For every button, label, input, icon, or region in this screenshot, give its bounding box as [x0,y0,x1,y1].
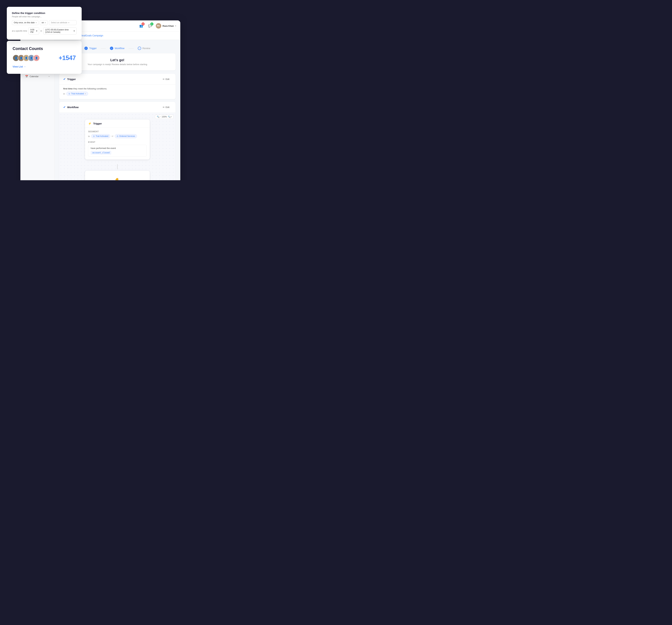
trial-activated-tag: ⊙ Trial Activated × [66,92,88,96]
trigger-section-panel: ✔ Trigger ✏ Edit first time they meet th… [59,74,175,99]
calendar-icon: 📅 [25,75,28,78]
step-trigger[interactable]: ✓ Trigger [85,47,97,50]
step-trigger-circle: ✓ [85,47,88,50]
trigger-edit-label: Edit [166,78,169,80]
wb-event-text: have performed the event [91,147,144,149]
step-trigger-label: Trigger [89,47,97,50]
workflow-block-body: Segment in ⊙ Trail Activated or [85,128,150,159]
edit-pencil-icon: ✏ [163,78,165,80]
workflow-trigger-label: Trigger [93,122,102,125]
messages-button[interactable]: 💬 4 [147,23,153,29]
trigger-edit-button[interactable]: ✏ Edit [161,77,171,81]
header-actions: 👥 10 💬 4 RK Raza Khan ▾ [138,23,176,29]
wb-segment-tags: in ⊙ Trail Activated or ⊙ Ord [88,134,147,138]
timezone-select[interactable]: (UTC-05:00) Eastern time (USA & Canada) … [43,27,76,34]
wb-in-label: in [88,135,90,138]
time-prefix: at a specific time [12,30,27,32]
contact-card-title: Contact Counts [13,46,76,51]
user-menu[interactable]: RK Raza Khan ▾ [156,23,176,29]
tag-close-icon[interactable]: × [85,93,86,95]
timezone-chevron-icon: ▾ [74,30,75,32]
workflow-check-icon: ✔ [63,106,66,109]
workflow-edit-pencil-icon: ✏ [163,106,165,108]
attribute-select[interactable]: Select an attribute ▾ [49,20,76,25]
user-avatar: RK [156,23,161,29]
wb-event-code: account_closed [91,151,111,154]
wb-trail-activated-tag: ⊙ Trail Activated [91,134,110,138]
drag-hand-icon: ✋ [89,177,146,180]
notifications-badge: 10 [142,22,145,25]
step-workflow[interactable]: ✓ Workflow [110,47,124,50]
workflow-block-header: ⚡ Trigger [85,120,150,128]
wb-or-label: or [112,135,114,138]
wb-ordered-services-tag: ⊙ Ordered Services [115,134,137,138]
wb-trail-activated-label: Trail Activated [96,135,109,138]
wb-ordered-services-label: Ordered Services [119,135,135,138]
user-chevron-icon: ▾ [175,25,176,27]
contact-avatars: 👤 👤 👤 👤 👤 [13,55,40,61]
step-review[interactable]: ○ Review [138,47,150,50]
drag-block[interactable]: ✋ Drag your first block here. [85,171,150,180]
trigger-bolt-icon: ⚡ [88,122,92,125]
zoom-in-icon[interactable]: 🔍+ [168,116,172,118]
trigger-condition-text: first time they meet the following condi… [63,88,171,90]
timezone-value: (UTC-05:00) Eastern time (USA & Canada) [45,29,73,33]
time-chevron-icon: ▾ [36,30,37,32]
frequency-select[interactable]: Only once, on this date ▾ [12,20,39,25]
zoom-level: 100% [162,116,167,118]
step-workflow-label: Workflow [115,47,124,50]
on-chevron-icon: ▾ [45,22,46,24]
workflow-edit-label: Edit [166,106,169,108]
workflow-section-title: ✔ Workflow [63,106,78,109]
calendar-chevron-icon: ▾ [49,75,49,77]
workflow-canvas: 🔍− 100% 🔍+ ⚡ Trigger [59,113,175,180]
frequency-chevron-icon: ▾ [36,22,37,24]
trigger-section-title: ✔ Trigger [63,77,76,81]
trigger-condition-card: Define the trigger condition People will… [7,7,82,40]
workflow-connector [63,163,172,171]
workflow-title-label: Workflow [67,106,78,109]
workflow-section-header: ✔ Workflow ✏ Edit [59,102,175,113]
in-label: in [41,30,42,32]
trigger-check-icon: ✔ [63,77,66,81]
time-value: 9:00 PM [30,29,35,33]
attribute-placeholder: Select an attribute [51,21,67,24]
contact-counts-card: Contact Counts 👤 👤 👤 👤 👤 +1547 View List… [7,41,82,74]
wb-event-box: have performed the event account_closed [88,145,147,157]
wb-ordered-tag-icon: ⊙ [117,135,118,138]
trial-activated-label: Trial Activated [71,93,84,95]
workflow-trigger-block: ⚡ Trigger Segment in ⊙ Tra [85,120,150,159]
view-list-link[interactable]: View List → [13,65,76,68]
sidebar-item-label: Calendar [30,75,39,78]
trigger-section-content: first time they meet the following condi… [59,85,175,99]
segment-label: Segment [88,130,147,133]
workflow-section-panel: ✔ Workflow ✏ Edit 🔍− [59,102,175,180]
sidebar-item-calendar[interactable]: 📅 Calendar ▾ [22,73,53,79]
attribute-chevron-icon: ▾ [68,22,69,24]
wb-trail-tag-icon: ⊙ [93,135,95,138]
time-select[interactable]: 9:00 PM ▾ [28,27,39,34]
segment-tags: in ⊙ Trial Activated × [63,92,171,96]
step-review-circle: ○ [138,47,141,50]
zoom-out-icon[interactable]: 🔍− [157,116,161,118]
step-review-label: Review [143,47,150,50]
canvas-zoom-control[interactable]: 🔍− 100% 🔍+ [155,115,173,119]
trigger-section-header: ✔ Trigger ✏ Edit [59,74,175,85]
trigger-title-label: Trigger [67,78,76,81]
notifications-button[interactable]: 👥 10 [138,23,144,29]
step-workflow-circle: ✓ [110,47,113,50]
contact-count: +1547 [59,54,76,61]
segment-tag-icon: ⊙ [69,93,70,95]
on-label: on [42,21,44,24]
trigger-card-title: Define the trigger condition [12,11,76,15]
avatar: 👤 [33,55,40,61]
workflow-edit-button[interactable]: ✏ Edit [161,105,171,109]
on-select[interactable]: on ▾ [40,20,48,25]
frequency-label: Only once, on this date [14,21,35,24]
user-name: Raza Khan [163,25,174,27]
wb-event-label: Event [88,141,147,143]
in-label: in [63,93,65,95]
messages-badge: 4 [150,22,153,25]
trigger-card-subtitle: People will enter this campaign... [12,16,76,18]
